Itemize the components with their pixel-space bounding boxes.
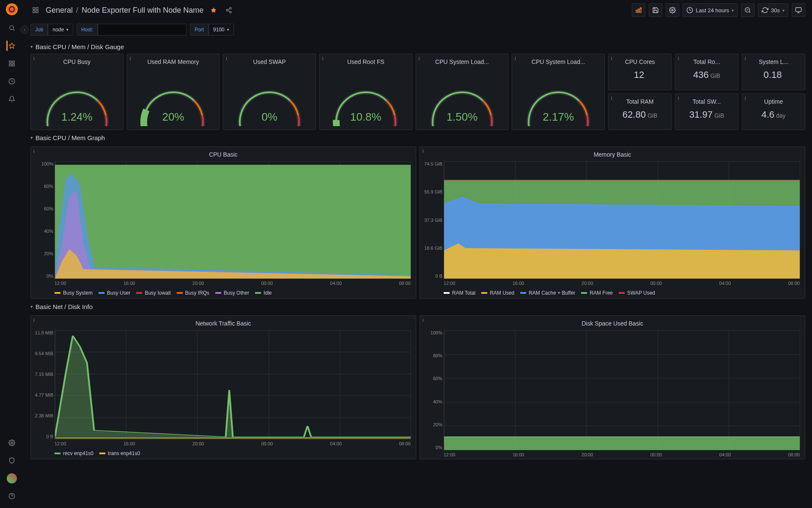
info-icon[interactable]: i — [745, 56, 746, 61]
gauge-panel[interactable]: i CPU System Load... 2.17% — [512, 54, 605, 130]
stat-panel[interactable]: i Uptime 4.6day — [742, 94, 805, 130]
grafana-logo-icon[interactable] — [6, 3, 18, 15]
legend-item[interactable]: SWAP Used — [619, 290, 655, 296]
legend-item[interactable]: Busy User — [99, 290, 130, 296]
svg-point-8 — [11, 442, 13, 444]
expand-sidebar-button[interactable]: › — [20, 25, 29, 34]
info-icon[interactable]: i — [419, 56, 420, 61]
var-port-select[interactable]: 9100 ▾ — [208, 24, 234, 36]
info-icon[interactable]: i — [678, 96, 679, 101]
apps-icon[interactable] — [30, 5, 41, 15]
info-icon[interactable]: i — [33, 56, 34, 61]
row-toggle-netdisk[interactable]: ▾ Basic Net / Disk Info — [30, 299, 805, 314]
chevron-down-icon: ▾ — [782, 8, 785, 13]
x-tick: 00:00 — [261, 281, 273, 286]
row-toggle-gauges[interactable]: ▾ Basic CPU / Mem / Disk Gauge — [30, 39, 805, 54]
stat-panel[interactable]: i CPU Cores 12 — [608, 54, 672, 90]
info-icon[interactable]: i — [611, 96, 612, 101]
legend-item[interactable]: RAM Free — [581, 290, 613, 296]
page-title[interactable]: Node Exporter Full with Node Name — [82, 6, 203, 15]
gauge-value: 1.50% — [447, 110, 478, 124]
svg-rect-11 — [33, 8, 35, 10]
panel-memory-basic[interactable]: i Memory Basic 74.5 GiB55.9 GiB37.3 GiB1… — [420, 146, 805, 299]
info-icon[interactable]: i — [515, 56, 516, 61]
alerting-icon[interactable] — [7, 94, 17, 104]
info-icon[interactable]: i — [130, 56, 131, 61]
y-tick: 0 B — [35, 434, 53, 439]
svg-rect-12 — [36, 8, 38, 10]
star-filled-icon[interactable] — [208, 5, 219, 15]
panel-disk-basic[interactable]: i Disk Space Used Basic 100%80%60%40%20%… — [420, 315, 805, 459]
stat-value: 0.18 — [742, 67, 805, 80]
gauge-panel[interactable]: i CPU System Load... 1.50% — [416, 54, 509, 130]
legend-swatch — [55, 292, 60, 294]
legend-item[interactable]: Busy Other — [215, 290, 249, 296]
svg-marker-42 — [55, 336, 411, 439]
legend-item[interactable]: Idle — [255, 290, 272, 296]
breadcrumb-folder[interactable]: General — [46, 6, 73, 15]
legend-swatch — [581, 292, 587, 294]
row-toggle-cpumem[interactable]: ▾ Basic CPU / Mem Graph — [30, 130, 805, 145]
x-tick: 12:00 — [55, 281, 66, 286]
refresh-picker[interactable]: 30s ▾ — [758, 3, 788, 17]
stat-panel[interactable]: i System L... 0.18 — [742, 54, 805, 90]
legend-item[interactable]: RAM Used — [481, 290, 514, 296]
add-panel-button[interactable] — [632, 3, 645, 17]
y-tick: 0 B — [424, 273, 442, 279]
info-icon[interactable]: i — [678, 56, 679, 61]
panel-network-basic[interactable]: i Network Traffic Basic 11.9 MiB9.54 MiB… — [30, 315, 416, 459]
info-icon[interactable]: i — [745, 96, 746, 101]
svg-marker-2 — [9, 43, 14, 48]
info-icon[interactable]: i — [422, 149, 423, 154]
legend-label: RAM Free — [590, 290, 613, 296]
var-job-select[interactable]: node ▾ — [48, 24, 73, 36]
stat-panel[interactable]: i Total Ro... 436GiB — [675, 54, 738, 90]
settings-button[interactable] — [666, 3, 679, 17]
stat-panel[interactable]: i Total RAM 62.80GiB — [608, 94, 672, 130]
tv-mode-button[interactable] — [792, 3, 805, 17]
gauge-panel[interactable]: i Used Root FS 10.8% — [319, 54, 412, 130]
legend-item[interactable]: Busy Iowait — [136, 290, 170, 296]
legend-item[interactable]: trans enp41s0 — [99, 450, 140, 456]
info-icon[interactable]: i — [226, 56, 227, 61]
legend-item[interactable]: recv enp41s0 — [55, 450, 93, 456]
panel-cpu-basic[interactable]: i CPU Basic 100%80%60%40%20%0% 12:0016:0… — [30, 146, 416, 299]
stat-panel[interactable]: i Total SW... 31.97GiB — [675, 94, 738, 130]
legend-label: Busy Other — [224, 290, 249, 296]
explore-icon[interactable] — [7, 76, 17, 86]
user-avatar[interactable] — [7, 473, 17, 483]
panel-title: Used SWAP — [223, 54, 315, 67]
legend-item[interactable]: Busy IRQs — [177, 290, 209, 296]
breadcrumb-separator: / — [76, 6, 78, 15]
info-icon[interactable]: i — [33, 149, 34, 154]
search-icon[interactable] — [7, 23, 17, 33]
legend-label: RAM Total — [452, 290, 475, 296]
var-host-input[interactable] — [98, 24, 187, 36]
share-icon[interactable] — [224, 5, 234, 15]
star-icon[interactable] — [6, 41, 16, 51]
legend-item[interactable]: RAM Cache + Buffer — [520, 290, 575, 296]
dashboards-icon[interactable] — [7, 58, 17, 69]
zoom-out-button[interactable] — [741, 3, 754, 17]
var-job-label: Job — [30, 24, 48, 36]
gauge-panel[interactable]: i Used SWAP 0% — [223, 54, 316, 130]
chevron-down-icon: ▾ — [30, 44, 33, 50]
gauge-value: 1.24% — [61, 110, 93, 124]
svg-rect-6 — [12, 64, 14, 66]
svg-rect-21 — [636, 10, 637, 12]
legend-item[interactable]: Busy System — [55, 290, 93, 296]
legend-item[interactable]: RAM Total — [444, 290, 475, 296]
y-tick: 74.5 GiB — [424, 161, 442, 166]
gauge-panel[interactable]: i CPU Busy 1.24% — [30, 54, 123, 130]
gauge-panel[interactable]: i Used RAM Memory 20% — [127, 54, 220, 130]
save-button[interactable] — [649, 3, 662, 17]
time-range-picker[interactable]: Last 24 hours ▾ — [683, 3, 738, 17]
panel-title: Total RAM — [609, 94, 671, 107]
info-icon[interactable]: i — [33, 318, 34, 323]
configuration-icon[interactable] — [7, 438, 17, 448]
shield-icon[interactable] — [7, 456, 17, 466]
info-icon[interactable]: i — [611, 56, 612, 61]
info-icon[interactable]: i — [322, 56, 323, 61]
help-icon[interactable] — [7, 491, 17, 501]
info-icon[interactable]: i — [422, 318, 423, 323]
